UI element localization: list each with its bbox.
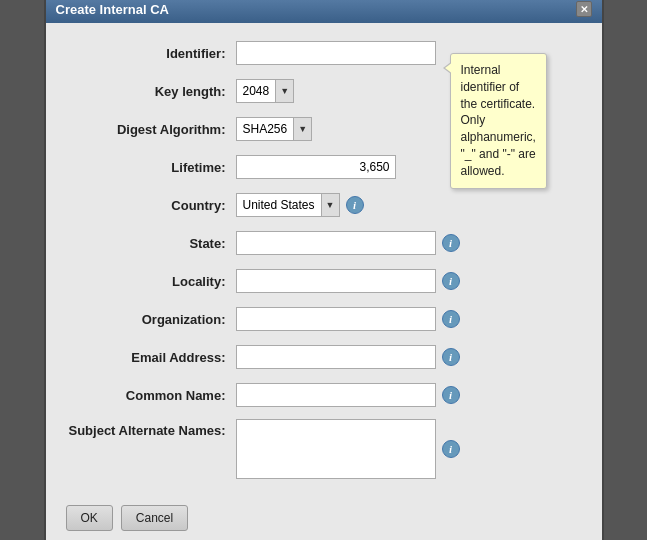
subject-alt-textarea[interactable]	[236, 419, 436, 479]
digest-algorithm-value: SHA256	[237, 118, 294, 140]
state-label: State:	[66, 236, 236, 251]
country-control: United States ▼ i	[236, 193, 582, 217]
key-length-value: 2048	[237, 80, 276, 102]
key-length-dropdown-arrow[interactable]: ▼	[275, 80, 293, 102]
digest-algorithm-select[interactable]: SHA256 ▼	[236, 117, 313, 141]
country-info-icon[interactable]: i	[346, 196, 364, 214]
email-label: Email Address:	[66, 350, 236, 365]
country-value: United States	[237, 194, 321, 216]
create-internal-ca-dialog: Create Internal CA ✕ Identifier: Interna…	[44, 0, 604, 540]
organization-control: i	[236, 307, 582, 331]
common-name-row: Common Name: i	[66, 381, 582, 409]
digest-algorithm-dropdown-arrow[interactable]: ▼	[293, 118, 311, 140]
cancel-button[interactable]: Cancel	[121, 505, 188, 531]
state-control: i	[236, 231, 582, 255]
subject-alt-label: Subject Alternate Names:	[66, 419, 236, 438]
identifier-control-area: Internal identifier of the certificate. …	[236, 41, 582, 65]
key-length-label: Key length:	[66, 84, 236, 99]
organization-label: Organization:	[66, 312, 236, 327]
country-select[interactable]: United States ▼	[236, 193, 340, 217]
dialog-title: Create Internal CA	[56, 2, 169, 17]
email-input[interactable]	[236, 345, 436, 369]
dialog-footer: OK Cancel	[46, 495, 602, 540]
common-name-label: Common Name:	[66, 388, 236, 403]
organization-info-icon[interactable]: i	[442, 310, 460, 328]
country-label: Country:	[66, 198, 236, 213]
email-info-icon[interactable]: i	[442, 348, 460, 366]
identifier-label: Identifier:	[66, 46, 236, 61]
email-row: Email Address: i	[66, 343, 582, 371]
locality-row: Locality: i	[66, 267, 582, 295]
subject-alt-info-icon[interactable]: i	[442, 440, 460, 458]
locality-info-icon[interactable]: i	[442, 272, 460, 290]
common-name-input[interactable]	[236, 383, 436, 407]
close-button[interactable]: ✕	[576, 1, 592, 17]
digest-algorithm-label: Digest Algorithm:	[66, 122, 236, 137]
locality-input[interactable]	[236, 269, 436, 293]
common-name-info-icon[interactable]: i	[442, 386, 460, 404]
lifetime-label: Lifetime:	[66, 160, 236, 175]
tooltip-text: Internal identifier of the certificate. …	[461, 63, 536, 178]
common-name-control: i	[236, 383, 582, 407]
lifetime-input[interactable]	[236, 155, 396, 179]
key-length-select[interactable]: 2048 ▼	[236, 79, 295, 103]
identifier-input[interactable]	[236, 41, 436, 65]
email-control: i	[236, 345, 582, 369]
locality-label: Locality:	[66, 274, 236, 289]
dialog-body: Identifier: Internal identifier of the c…	[46, 23, 602, 495]
state-row: State: i	[66, 229, 582, 257]
organization-row: Organization: i	[66, 305, 582, 333]
dialog-titlebar: Create Internal CA ✕	[46, 0, 602, 23]
state-info-icon[interactable]: i	[442, 234, 460, 252]
country-row: Country: United States ▼ i	[66, 191, 582, 219]
state-input[interactable]	[236, 231, 436, 255]
identifier-row: Identifier: Internal identifier of the c…	[66, 39, 582, 67]
subject-alt-row: Subject Alternate Names: i	[66, 419, 582, 479]
subject-alt-control: i	[236, 419, 582, 479]
identifier-tooltip: Internal identifier of the certificate. …	[450, 53, 547, 189]
locality-control: i	[236, 269, 582, 293]
tooltip-arrow-inner	[445, 62, 453, 74]
country-dropdown-arrow[interactable]: ▼	[321, 194, 339, 216]
ok-button[interactable]: OK	[66, 505, 113, 531]
organization-input[interactable]	[236, 307, 436, 331]
